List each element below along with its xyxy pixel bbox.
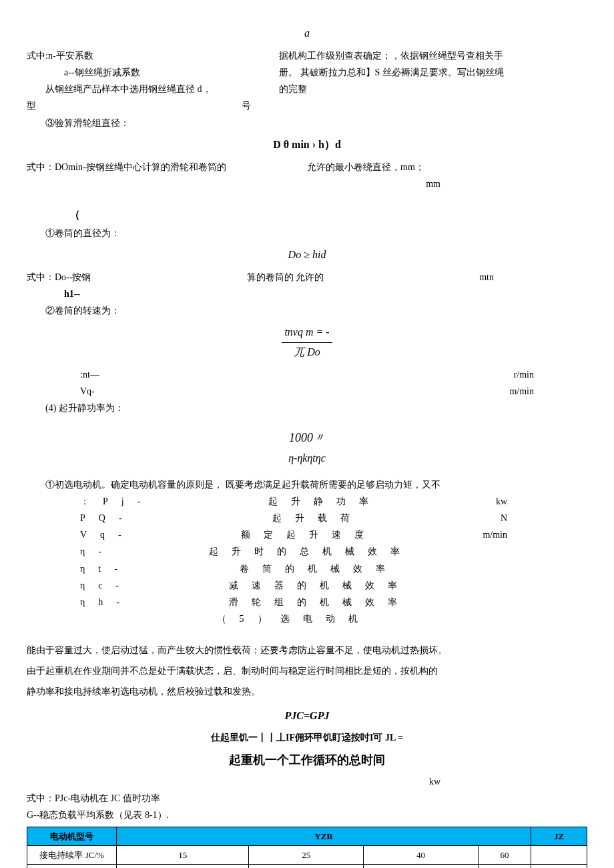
nt-sym: :nt— — [80, 366, 99, 383]
cycle-strike: 仕起里饥一丨丨丄IF佣环甲饥盯迳按吋I可 JL = — [27, 729, 587, 746]
rpm-bot: 兀 Do — [282, 342, 332, 362]
paragraph-block: 能由于容量过大，使启动过猛，而产生较大的惯性载荷；还要考虑防止容量不足，使电动机… — [27, 640, 587, 702]
txt: 减速器的机械效率 — [229, 577, 410, 594]
cell: 0.9 — [531, 865, 587, 868]
lookup-text-3: 的完整 — [279, 81, 587, 97]
vq-unit: m/min — [509, 383, 534, 400]
para3: 静功率和接电持续率初选电动机，然后校验过载和发热。 — [27, 682, 587, 703]
sym: Vq- — [80, 526, 135, 543]
section-3-title: ③验算滑轮组直径： — [27, 115, 587, 131]
formula-do: Do ≥ hid — [27, 246, 587, 265]
cell: 0.7～0.75 — [117, 865, 249, 868]
vq-row: Vq- m/min — [27, 383, 587, 400]
a-def: a--钢丝绳折减系数 — [27, 64, 279, 81]
n-def: 式中:n-平安系数 — [27, 47, 279, 64]
th-yzr: YZR — [117, 827, 531, 845]
cell: 60 — [478, 846, 531, 865]
nt-row: :nt— r/min — [27, 366, 587, 383]
do-left: 式中：Do--按钢 — [27, 269, 91, 286]
power-bot: η-ηkηtηc — [288, 452, 326, 464]
rpm-top: tnvq m = - — [282, 323, 332, 342]
def-etah: ηh-滑轮组的机械效率 — [27, 594, 587, 610]
do-unit: mtn — [479, 269, 494, 286]
sym: PQ- — [80, 510, 135, 526]
txt: （5）选电动机 — [217, 610, 371, 627]
cell: 0.8-0.85 — [249, 865, 364, 868]
sub1-title: ①卷筒的直径为： — [27, 225, 587, 242]
rope-sample: 从钢丝绳产品样本中选用钢丝绳直径 d， — [27, 81, 279, 97]
pjc-def: 式中：PJc-电动机在 JC 值时功率 — [27, 790, 587, 807]
cycle-title: 起重机一个工作循环的总时间 — [27, 749, 587, 771]
vq-sym: Vq- — [80, 383, 95, 400]
lookup-text-1: 据机构工作级别查表确定；，依据钢丝绳型号查相关手 — [279, 47, 587, 64]
unit: kw — [496, 493, 507, 510]
unit-mm: mm — [27, 175, 587, 192]
nt-unit: r/min — [514, 366, 534, 383]
definitions-block: ：Pj-起升静功率kw PQ-起升载荷N Vq-额定起升速度m/min η-起升… — [27, 493, 587, 628]
do-mid: 算的卷筒的 允许的 — [247, 269, 324, 286]
h1-def: h1-- — [27, 286, 587, 302]
sec5-title: （5）选电动机 — [27, 610, 587, 627]
formula-pjc: PJC=GPJ — [27, 707, 587, 726]
open-paren: （ — [27, 205, 587, 225]
para2: 由于起重机在作业期间并不总是处于满载状态，启、制动时间与稳定运行时间相比是短的，… — [27, 661, 587, 682]
sym: ηt- — [80, 560, 131, 577]
def-eta: η-起升时的总机械效率 — [27, 543, 587, 560]
model-row: 型 号 — [27, 97, 251, 114]
dmin-left: 式中：DOmin-按钢丝绳中心计算的滑轮和卷筒的 — [27, 159, 307, 175]
cell: 40 — [364, 846, 479, 865]
unit: m/min — [483, 526, 507, 543]
table-row: G 0.7～0.75 0.8-0.85 0.9-0.95 1 0.9 — [27, 865, 587, 868]
cell: 15 — [117, 846, 249, 865]
def-etat: ηt-卷筒的机械效率 — [27, 560, 587, 577]
txt: 起升载荷 — [272, 510, 363, 526]
sym: ηh- — [80, 594, 133, 610]
cell-label: G — [27, 865, 117, 868]
cell — [531, 846, 587, 865]
def-vq: Vq-额定起升速度m/min — [27, 526, 587, 543]
txt: 额定起升速度 — [241, 526, 377, 543]
coefficient-table: 电动机型号 YZR JZ 接电持续率 JC/% 15 25 40 60 G 0.… — [27, 827, 587, 868]
txt: 起升静功率 — [268, 493, 382, 510]
txt: 起升时的总机械效率 — [209, 543, 413, 560]
txt: 卷筒的机械效率 — [240, 560, 398, 577]
model-right: 号 — [242, 97, 251, 114]
sub2-title: ②卷筒的转速为： — [27, 302, 587, 319]
unit-kw: kw — [27, 773, 587, 790]
motor-intro: ①初选电动机。确定电动机容量的原则是， 既要考虑满足起升载荷所需要的足够启动力矩… — [27, 476, 587, 493]
sec4-title: (4) 起升静功率为： — [27, 400, 587, 416]
do-def-row: 式中：Do--按钢 算的卷筒的 允许的 mtn — [27, 269, 587, 286]
var-a: a — [27, 24, 587, 43]
def-pj: ：Pj-起升静功率kw — [27, 493, 587, 510]
sym: ηc- — [80, 577, 132, 594]
cell: 0.9-0.95 — [364, 865, 479, 868]
para1: 能由于容量过大，使启动过猛，而产生较大的惯性载荷；还要考虑防止容量不足，使电动机… — [27, 640, 587, 661]
unit: N — [501, 510, 507, 526]
cell: 1 — [478, 865, 531, 868]
th-jz: JZ — [531, 827, 587, 845]
txt: 滑轮组的机械效率 — [229, 594, 410, 610]
table-row: 接电持续率 JC/% 15 25 40 60 — [27, 846, 587, 865]
lookup-text-2: 册。 其破断拉力总和】S 丝必褥满足要求。写出钢丝绳 — [279, 64, 587, 81]
th-model: 电动机型号 — [27, 827, 117, 845]
model-left: 型 — [27, 97, 36, 114]
dmin-def-row: 式中：DOmin-按钢丝绳中心计算的滑轮和卷筒的 允许的最小卷绕直径，mm； — [27, 159, 587, 175]
formula-power: 1000〃 η-ηkηtηc — [27, 427, 587, 468]
def-pq: PQ-起升载荷N — [27, 510, 587, 526]
cell-label: 接电持续率 JC/% — [27, 846, 117, 865]
formula-rpm: tnvq m = - 兀 Do — [27, 323, 587, 362]
g-def: G--稳态负载平均系数（见表 8-1）. — [27, 807, 587, 823]
def-etac: ηc-减速器的机械效率 — [27, 577, 587, 594]
sym: ：Pj- — [80, 493, 154, 510]
sym: η- — [80, 543, 115, 560]
power-top: 1000〃 — [289, 431, 325, 444]
dmin-right: 允许的最小卷绕直径，mm； — [307, 159, 424, 175]
cell: 25 — [249, 846, 364, 865]
intro-row: 式中:n-平安系数 a--钢丝绳折减系数 从钢丝绳产品样本中选用钢丝绳直径 d，… — [27, 47, 587, 98]
formula-dmin: D θ min › h）d — [27, 135, 587, 155]
